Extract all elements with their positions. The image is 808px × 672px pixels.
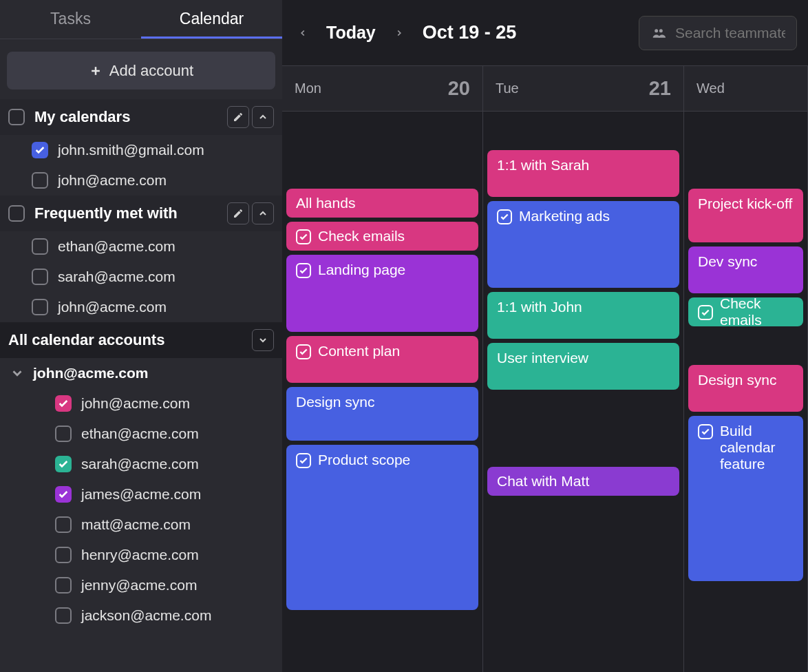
account-email: john@acme.com	[33, 365, 149, 381]
calendar-checkbox[interactable]	[55, 456, 72, 472]
section-frequently-met[interactable]: Frequently met with	[0, 196, 282, 231]
event-card[interactable]: Content plan	[286, 336, 478, 383]
prev-week-button[interactable]	[293, 23, 312, 43]
event-card[interactable]: Marketing ads	[487, 201, 679, 288]
calendar-checkbox[interactable]	[55, 577, 72, 594]
check-icon	[299, 266, 308, 275]
check-icon	[299, 456, 308, 465]
teammate-item[interactable]: john@acme.com	[0, 292, 282, 322]
task-checkbox[interactable]	[296, 344, 311, 359]
calendar-checkbox[interactable]	[55, 395, 72, 412]
event-card[interactable]: Chat with Matt	[487, 467, 679, 496]
add-account-button[interactable]: Add account	[7, 52, 275, 90]
event-card[interactable]: Check emails	[286, 222, 478, 251]
teammate-label: sarah@acme.com	[58, 269, 176, 285]
event-card[interactable]: Project kick-off	[688, 189, 803, 242]
edit-button[interactable]	[227, 202, 249, 224]
day-name: Mon	[295, 81, 321, 96]
expand-button[interactable]	[252, 329, 274, 351]
events-container[interactable]: 1:1 with SarahMarketing ads1:1 with John…	[483, 112, 683, 672]
task-checkbox[interactable]	[698, 424, 713, 439]
calendar-label: sarah@acme.com	[81, 456, 199, 472]
check-icon	[500, 212, 509, 222]
next-week-button[interactable]	[390, 23, 409, 43]
calendar-grid: Mon20All handsCheck emailsLanding pageCo…	[282, 65, 808, 672]
event-card[interactable]: Design sync	[286, 387, 478, 441]
calendar-label: matt@acme.com	[81, 516, 191, 533]
task-checkbox[interactable]	[497, 209, 512, 224]
calendar-item[interactable]: john.smith@gmail.com	[0, 135, 282, 165]
search-teammates[interactable]	[639, 16, 797, 50]
teammate-checkbox[interactable]	[32, 299, 48, 315]
calendar-item[interactable]: john@acme.com	[0, 165, 282, 196]
event-card[interactable]: Design sync	[688, 365, 803, 412]
section-my-calendars[interactable]: My calendars	[0, 99, 282, 135]
today-button[interactable]: Today	[326, 23, 376, 43]
account-calendar-item[interactable]: ethan@acme.com	[0, 419, 282, 449]
calendar-label: john.smith@gmail.com	[58, 142, 204, 158]
task-checkbox[interactable]	[296, 263, 311, 278]
collapse-button[interactable]	[252, 106, 274, 128]
task-checkbox[interactable]	[698, 305, 713, 320]
event-title: Dev sync	[698, 253, 757, 270]
check-icon	[701, 308, 710, 317]
event-title: Build calendar feature	[720, 423, 794, 472]
event-title: User interview	[497, 350, 588, 366]
calendar-checkbox[interactable]	[55, 607, 72, 624]
account-row[interactable]: john@acme.com	[0, 358, 282, 388]
date-range: Oct 19 - 25	[423, 22, 517, 43]
tab-tasks[interactable]: Tasks	[0, 0, 141, 39]
teammate-checkbox[interactable]	[32, 238, 48, 255]
event-card[interactable]: 1:1 with John	[487, 292, 679, 339]
event-card[interactable]: Product scope	[286, 445, 478, 610]
event-title: Design sync	[698, 372, 776, 388]
account-calendar-list: john@acme.comethan@acme.comsarah@acme.co…	[0, 388, 282, 631]
main-area: Today Oct 19 - 25 Mon20All handsCheck em…	[282, 0, 808, 672]
section-all-accounts[interactable]: All calendar accounts	[0, 322, 282, 358]
tab-calendar[interactable]: Calendar	[141, 0, 282, 39]
account-calendar-item[interactable]: jackson@acme.com	[0, 600, 282, 631]
check-icon	[58, 489, 69, 500]
section-checkbox[interactable]	[8, 109, 25, 125]
calendar-checkbox[interactable]	[55, 547, 72, 563]
calendar-label: john@acme.com	[81, 395, 190, 412]
account-calendar-item[interactable]: henry@acme.com	[0, 540, 282, 570]
event-card[interactable]: All hands	[286, 189, 478, 218]
event-card[interactable]: Dev sync	[688, 246, 803, 293]
check-icon	[701, 427, 710, 437]
account-calendar-item[interactable]: james@acme.com	[0, 479, 282, 510]
task-checkbox[interactable]	[296, 229, 311, 244]
account-calendar-item[interactable]: matt@acme.com	[0, 510, 282, 540]
calendar-checkbox[interactable]	[55, 426, 72, 442]
event-card[interactable]: 1:1 with Sarah	[487, 150, 679, 197]
calendar-checkbox[interactable]	[55, 486, 72, 503]
calendar-label: henry@acme.com	[81, 547, 199, 563]
check-icon	[34, 145, 45, 156]
events-container[interactable]: All handsCheck emailsLanding pageContent…	[282, 112, 482, 672]
chevron-down-icon	[257, 335, 268, 346]
teammate-item[interactable]: sarah@acme.com	[0, 262, 282, 292]
account-calendar-item[interactable]: jenny@acme.com	[0, 570, 282, 600]
calendar-checkbox[interactable]	[55, 516, 72, 533]
day-header: Mon20	[282, 66, 482, 112]
search-input[interactable]	[675, 25, 785, 41]
event-card[interactable]: User interview	[487, 343, 679, 390]
plus-icon	[89, 64, 103, 78]
task-checkbox[interactable]	[296, 453, 311, 468]
day-column: WedProject kick-offDev syncCheck emailsD…	[684, 66, 808, 672]
collapse-button[interactable]	[252, 202, 274, 224]
section-title: All calendar accounts	[8, 331, 249, 349]
event-card[interactable]: Landing page	[286, 255, 478, 332]
account-calendar-item[interactable]: john@acme.com	[0, 388, 282, 419]
calendar-checkbox[interactable]	[32, 142, 48, 158]
calendar-checkbox[interactable]	[32, 172, 48, 189]
event-card[interactable]: Check emails	[688, 297, 803, 326]
sidebar-tabs: Tasks Calendar	[0, 0, 282, 39]
events-container[interactable]: Project kick-offDev syncCheck emailsDesi…	[684, 112, 807, 672]
account-calendar-item[interactable]: sarah@acme.com	[0, 449, 282, 479]
event-card[interactable]: Build calendar feature	[688, 416, 803, 581]
section-checkbox[interactable]	[8, 205, 25, 222]
teammate-checkbox[interactable]	[32, 269, 48, 285]
teammate-item[interactable]: ethan@acme.com	[0, 231, 282, 262]
edit-button[interactable]	[227, 106, 249, 128]
